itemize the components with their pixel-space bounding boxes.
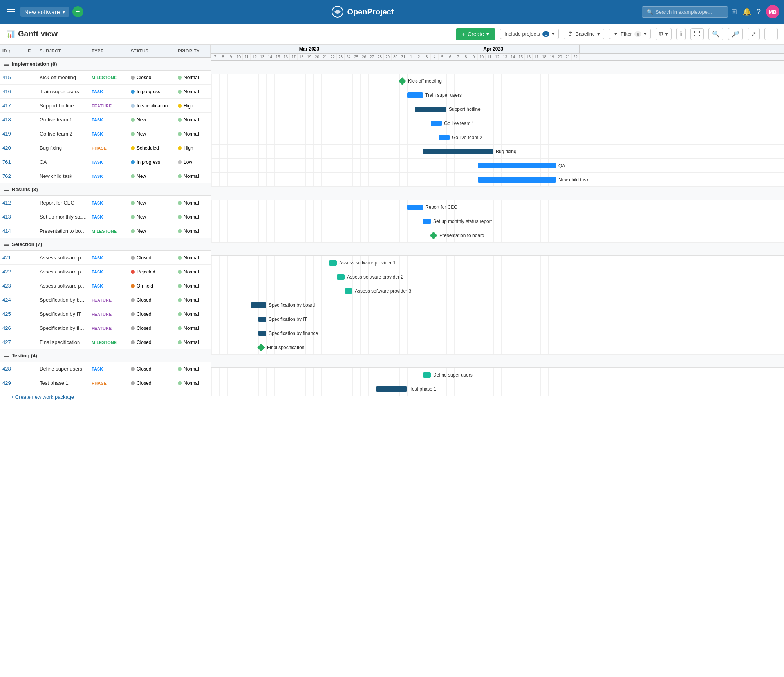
row-id[interactable]: 427: [0, 337, 25, 348]
header-status[interactable]: STATUS: [128, 45, 175, 57]
row-id[interactable]: 412: [0, 197, 25, 208]
gantt-bar[interactable]: [423, 149, 493, 154]
group-collapse-results[interactable]: ▬: [4, 187, 9, 192]
more-options-btn[interactable]: ⋮: [764, 28, 778, 40]
row-id[interactable]: 414: [0, 225, 25, 237]
zoom-in-icon: 🔎: [732, 30, 739, 38]
table-row: 427 Final specification MILESTONE Closed…: [0, 335, 211, 349]
row-flag: [25, 255, 37, 261]
gantt-data-row: Bug fixing: [211, 145, 784, 159]
row-id[interactable]: 428: [0, 363, 25, 375]
gantt-bar[interactable]: [376, 386, 407, 392]
row-id[interactable]: 422: [0, 266, 25, 277]
hamburger-menu[interactable]: [5, 7, 17, 17]
fullscreen-btn[interactable]: ⤢: [748, 28, 760, 40]
row-id[interactable]: 418: [0, 114, 25, 125]
gantt-bar[interactable]: [407, 205, 423, 210]
gantt-day: 10: [235, 54, 243, 60]
gantt-day: 9: [227, 54, 235, 60]
gantt-day: 14: [266, 54, 274, 60]
gantt-bar-label: Specification by board: [269, 302, 315, 308]
filter-count: 0: [634, 31, 641, 37]
row-id[interactable]: 761: [0, 156, 25, 168]
gantt-bar[interactable]: [337, 274, 345, 280]
row-flag: [25, 214, 37, 220]
expand-btn[interactable]: ⛶: [690, 28, 704, 40]
row-priority: Normal: [175, 252, 211, 263]
info-btn[interactable]: ℹ: [676, 28, 686, 40]
gantt-day: 18: [540, 54, 548, 60]
baseline-control[interactable]: ⏱ Baseline ▾: [564, 29, 604, 39]
gantt-bar[interactable]: [478, 177, 556, 183]
row-id[interactable]: 413: [0, 211, 25, 223]
header-priority[interactable]: PRIORITY: [175, 45, 211, 57]
row-id[interactable]: 420: [0, 142, 25, 154]
gantt-bar[interactable]: [345, 288, 352, 294]
search-bar[interactable]: 🔍 Search in example.ope...: [642, 6, 728, 18]
gantt-bar-label: Train super users: [425, 92, 462, 98]
row-type: TASK: [89, 267, 128, 277]
app-logo: OpenProject: [331, 5, 394, 18]
gantt-bar[interactable]: [431, 121, 442, 126]
gantt-bar-label: Assess software provider 3: [355, 288, 411, 294]
bell-icon[interactable]: 🔔: [742, 7, 751, 16]
gantt-bar[interactable]: [251, 302, 266, 308]
gantt-bar[interactable]: [407, 92, 423, 98]
gantt-bar-label: New child task: [558, 177, 589, 183]
include-projects-count: 1: [542, 31, 549, 37]
zoom-out-icon: 🔍: [712, 30, 720, 38]
filter-control[interactable]: ▼ Filter 0 ▾: [609, 29, 651, 39]
row-status: In specification: [128, 100, 175, 111]
row-id[interactable]: 426: [0, 322, 25, 334]
group-collapse-testing[interactable]: ▬: [4, 353, 9, 358]
zoom-out-btn[interactable]: 🔍: [708, 28, 723, 40]
include-projects-label: Include projects: [504, 31, 540, 37]
row-priority: Normal: [175, 197, 211, 208]
modules-icon[interactable]: ⊞: [731, 7, 737, 16]
help-icon[interactable]: ?: [757, 8, 761, 16]
view-title-text: Gantt view: [18, 29, 58, 38]
create-button[interactable]: + Create ▾: [456, 28, 495, 40]
group-collapse-selection[interactable]: ▬: [4, 242, 9, 247]
header-flag: E: [25, 45, 37, 57]
user-avatar[interactable]: MB: [766, 5, 779, 18]
row-id[interactable]: 429: [0, 377, 25, 389]
gantt-bar[interactable]: [423, 219, 431, 224]
filter-arrow: ▾: [644, 31, 647, 37]
project-selector[interactable]: New software ▾: [20, 7, 69, 17]
group-collapse-implementation[interactable]: ▬: [4, 62, 9, 67]
gantt-bar[interactable]: [423, 372, 431, 378]
table-row: 426 Specification by finance FEATURE Clo…: [0, 321, 211, 335]
gantt-bar[interactable]: [329, 260, 337, 266]
include-projects-control[interactable]: Include projects 1 ▾: [500, 29, 559, 39]
header-type[interactable]: TYPE: [89, 45, 128, 57]
gantt-bar[interactable]: [258, 331, 266, 336]
header-id[interactable]: ID ↑: [0, 45, 25, 57]
gantt-bar[interactable]: [258, 317, 266, 322]
row-id[interactable]: 425: [0, 308, 25, 320]
row-type: FEATURE: [89, 295, 128, 305]
gantt-day: 25: [352, 54, 360, 60]
row-id[interactable]: 419: [0, 128, 25, 139]
row-id[interactable]: 423: [0, 280, 25, 291]
row-id[interactable]: 416: [0, 86, 25, 97]
row-id[interactable]: 415: [0, 72, 25, 83]
create-new-work-package[interactable]: + + Create new work package: [0, 390, 211, 404]
gantt-bar[interactable]: [478, 163, 556, 168]
row-id[interactable]: 762: [0, 170, 25, 182]
gantt-day: 28: [376, 54, 384, 60]
gantt-bar[interactable]: [439, 135, 450, 140]
group-label-results: Results (3): [12, 186, 38, 192]
quick-add-button[interactable]: +: [72, 6, 83, 17]
row-id[interactable]: 417: [0, 100, 25, 111]
table-row: 420 Bug fixing PHASE Scheduled High: [0, 141, 211, 155]
gantt-day: 16: [282, 54, 290, 60]
header-subject[interactable]: SUBJECT: [37, 45, 89, 57]
row-id[interactable]: 421: [0, 252, 25, 263]
row-status: Closed: [128, 252, 175, 263]
zoom-in-btn[interactable]: 🔎: [728, 28, 743, 40]
row-status: New: [128, 226, 175, 237]
view-toggle-btn[interactable]: ⧉ ▾: [656, 28, 672, 40]
row-id[interactable]: 424: [0, 294, 25, 306]
gantt-bar[interactable]: [415, 107, 446, 112]
